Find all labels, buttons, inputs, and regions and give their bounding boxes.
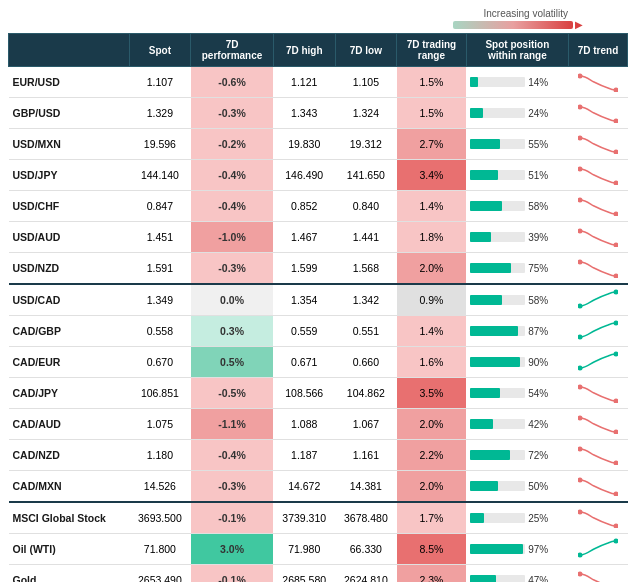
cell-trend (569, 378, 628, 409)
cell-spot: 0.847 (129, 191, 191, 222)
cell-spot: 0.670 (129, 347, 191, 378)
cell-spot-pos: 55% (466, 129, 568, 160)
trend-sparkline (578, 225, 618, 247)
cell-pair: USD/JPY (9, 160, 130, 191)
svg-point-33 (578, 572, 583, 577)
svg-point-18 (614, 352, 619, 357)
table-row: USD/NZD 1.591 -0.3% 1.599 1.568 2.0% 75% (9, 253, 628, 285)
cell-trend (569, 160, 628, 191)
cell-high: 1.088 (273, 409, 335, 440)
cell-spot: 1.107 (129, 67, 191, 98)
trend-sparkline (578, 568, 618, 582)
cell-trend (569, 409, 628, 440)
cell-trend (569, 253, 628, 285)
svg-point-0 (614, 88, 619, 93)
trend-sparkline (578, 474, 618, 496)
cell-perf: 3.0% (191, 534, 274, 565)
cell-spot: 106.851 (129, 378, 191, 409)
cell-spot-pos: 51% (466, 160, 568, 191)
table-row: MSCI Global Stock 3693.500 -0.1% 3739.31… (9, 502, 628, 534)
cell-trend (569, 222, 628, 253)
svg-point-25 (578, 447, 583, 452)
cell-perf: -0.3% (191, 98, 274, 129)
cell-low: 14.381 (335, 471, 397, 503)
cell-perf: 0.3% (191, 316, 274, 347)
table-row: USD/CAD 1.349 0.0% 1.354 1.342 0.9% 58% (9, 284, 628, 316)
cell-trend (569, 502, 628, 534)
cell-spot: 0.558 (129, 316, 191, 347)
cell-perf: -0.6% (191, 67, 274, 98)
cell-spot: 1.180 (129, 440, 191, 471)
cell-low: 1.568 (335, 253, 397, 285)
cell-spot-pos: 58% (466, 284, 568, 316)
svg-point-24 (614, 461, 619, 466)
cell-trend (569, 316, 628, 347)
svg-point-19 (578, 366, 583, 371)
cell-spot: 3693.500 (129, 502, 191, 534)
cell-trend (569, 440, 628, 471)
cell-pair: EUR/USD (9, 67, 130, 98)
cell-perf: -0.4% (191, 160, 274, 191)
cell-spot: 1.329 (129, 98, 191, 129)
svg-point-16 (614, 321, 619, 326)
cell-range: 2.0% (397, 253, 467, 285)
cell-trend (569, 347, 628, 378)
trend-sparkline (578, 132, 618, 154)
svg-point-10 (614, 243, 619, 248)
svg-point-12 (614, 274, 619, 279)
cell-spot-pos: 24% (466, 98, 568, 129)
cell-trend (569, 284, 628, 316)
cell-high: 1.121 (273, 67, 335, 98)
cell-low: 104.862 (335, 378, 397, 409)
col-header-pair (9, 34, 130, 67)
cell-high: 1.599 (273, 253, 335, 285)
cell-range: 3.5% (397, 378, 467, 409)
cell-spot: 144.140 (129, 160, 191, 191)
cell-perf: -0.4% (191, 440, 274, 471)
cell-perf: 0.0% (191, 284, 274, 316)
table-row: GBP/USD 1.329 -0.3% 1.343 1.324 1.5% 24% (9, 98, 628, 129)
cell-spot-pos: 75% (466, 253, 568, 285)
table-row: CAD/JPY 106.851 -0.5% 108.566 104.862 3.… (9, 378, 628, 409)
trend-sparkline (578, 319, 618, 341)
svg-point-23 (578, 416, 583, 421)
trend-sparkline (578, 288, 618, 310)
svg-point-3 (578, 105, 583, 110)
cell-trend (569, 565, 628, 583)
cell-low: 1.324 (335, 98, 397, 129)
cell-trend (569, 471, 628, 503)
cell-spot: 1.075 (129, 409, 191, 440)
svg-point-8 (614, 212, 619, 217)
cell-low: 1.161 (335, 440, 397, 471)
svg-point-31 (578, 553, 583, 558)
cell-high: 3739.310 (273, 502, 335, 534)
col-header-7d-trend: 7D trend (569, 34, 628, 67)
cell-low: 0.660 (335, 347, 397, 378)
col-header-7d-high: 7D high (273, 34, 335, 67)
cell-range: 2.0% (397, 409, 467, 440)
cell-high: 1.343 (273, 98, 335, 129)
svg-point-11 (578, 229, 583, 234)
cell-spot-pos: 87% (466, 316, 568, 347)
cell-low: 1.105 (335, 67, 397, 98)
cell-perf: -0.3% (191, 253, 274, 285)
cell-high: 19.830 (273, 129, 335, 160)
volatility-label: Increasing volatility (8, 8, 628, 19)
cell-high: 71.980 (273, 534, 335, 565)
cell-high: 2685.580 (273, 565, 335, 583)
cell-range: 2.0% (397, 471, 467, 503)
table-row: CAD/NZD 1.180 -0.4% 1.187 1.161 2.2% 72% (9, 440, 628, 471)
cell-perf: -0.1% (191, 502, 274, 534)
col-header-7d-low: 7D low (335, 34, 397, 67)
svg-point-5 (578, 136, 583, 141)
svg-point-13 (578, 260, 583, 265)
cell-range: 8.5% (397, 534, 467, 565)
trend-sparkline (578, 256, 618, 278)
cell-spot: 1.349 (129, 284, 191, 316)
svg-point-2 (614, 119, 619, 124)
cell-spot-pos: 58% (466, 191, 568, 222)
trend-sparkline (578, 506, 618, 528)
cell-spot-pos: 14% (466, 67, 568, 98)
cell-perf: -1.0% (191, 222, 274, 253)
cell-pair: MSCI Global Stock (9, 502, 130, 534)
